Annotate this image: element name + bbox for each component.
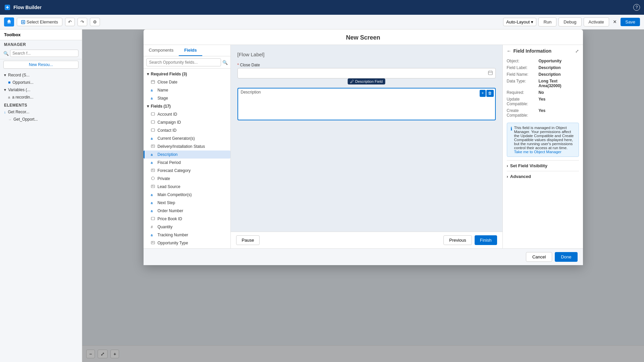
field-opportunity-type[interactable]: Opportunity Type — [144, 239, 230, 247]
take-me-to-object-manager-link[interactable]: Take me to Object Manager — [514, 150, 561, 154]
advanced-header[interactable]: › Advanced — [507, 174, 579, 179]
chevron-down-icon-2: ▾ — [4, 87, 6, 92]
variables-label: Variables (... — [8, 87, 30, 92]
field-info-table: Object: Opportunity Field Label: Descrip… — [507, 58, 579, 119]
field-lead-source[interactable]: Lead Source — [144, 183, 230, 191]
field-info-back-icon[interactable]: ← — [507, 48, 512, 54]
activate-button[interactable]: Activate — [584, 17, 609, 26]
cancel-button[interactable]: Cancel — [526, 252, 552, 262]
toolbar: Select Elements ↶ ↷ ⚙ Auto-Layout ▾ Run … — [0, 15, 644, 29]
field-name-label: Field Name: — [507, 71, 539, 78]
auto-layout-button[interactable]: Auto-Layout ▾ — [503, 18, 536, 26]
description-add-button[interactable]: + — [480, 90, 485, 97]
set-field-visibility-header[interactable]: › Set Field Visibility — [507, 163, 579, 168]
modal-body: Components Fields 🔍 ▾ Required Fields (3… — [144, 45, 583, 248]
tab-fields[interactable]: Fields — [179, 45, 202, 56]
finish-button[interactable]: Finish — [475, 235, 497, 245]
required-fields-chevron: ▾ — [147, 72, 149, 76]
canvas-editor-inner: [Flow Label] * Close Date — [231, 45, 502, 232]
sidebar-get-opport-item[interactable]: → Get_Opport... — [0, 116, 82, 123]
update-compatible-value: Yes — [539, 96, 579, 107]
sidebar-get-record-item[interactable]: ↓ Get Recor... — [0, 108, 82, 116]
select-elements-label: Select Elements — [26, 19, 58, 24]
help-icon[interactable]: ? — [633, 4, 640, 11]
forecast-category-icon — [151, 168, 156, 173]
field-current-generator[interactable]: a Current Generator(s) — [144, 134, 230, 142]
field-info-create-compatible-row: Create Compatible: Yes — [507, 107, 579, 119]
field-order-number[interactable]: a Order Number — [144, 207, 230, 215]
field-order-number-label: Order Number — [158, 208, 183, 213]
description-delete-button[interactable]: 🗑 — [486, 90, 494, 97]
recording-label: a recordin... — [12, 95, 33, 100]
sidebar-opportunity-item[interactable]: ■ Opportuni... — [0, 79, 82, 86]
field-contact-id[interactable]: Contact ID — [144, 126, 230, 134]
set-field-visibility-chevron: › — [507, 163, 508, 168]
close-date-field-label: * Close Date — [237, 63, 496, 67]
field-close-date[interactable]: Close Date — [144, 78, 230, 86]
field-lead-source-label: Lead Source — [158, 184, 180, 189]
field-stage[interactable]: a Stage — [144, 94, 230, 102]
auto-layout-label: Auto-Layout — [506, 19, 530, 24]
save-as-close-button[interactable]: × — [611, 18, 619, 26]
modal-overlay: New Screen Components Fields 🔍 — [82, 29, 644, 362]
field-description[interactable]: a Description — [144, 150, 230, 159]
description-field-label: Description — [238, 88, 495, 95]
field-quantity[interactable]: # Quantity — [144, 223, 230, 231]
elements-header: ELEMENTS — [0, 101, 82, 108]
run-button[interactable]: Run — [538, 17, 556, 26]
field-close-date-label: Close Date — [158, 80, 177, 84]
modal-title: New Screen — [346, 34, 380, 41]
field-name[interactable]: a Name — [144, 86, 230, 94]
field-info-title-text: Field Information — [514, 48, 552, 54]
save-button[interactable]: Save — [621, 18, 640, 26]
select-elements-button[interactable]: Select Elements — [17, 18, 62, 26]
field-main-competitor[interactable]: a Main Competitor(s) — [144, 191, 230, 199]
undo-button[interactable]: ↶ — [65, 18, 75, 26]
advanced-label: Advanced — [510, 174, 531, 179]
svg-rect-12 — [488, 71, 492, 75]
canvas-editor: [Flow Label] * Close Date — [231, 45, 502, 248]
sidebar-recording-item[interactable]: a a recordin... — [0, 94, 82, 101]
field-next-step[interactable]: a Next Step — [144, 199, 230, 207]
field-price-book-id[interactable]: Price Book ID — [144, 215, 230, 223]
update-compatible-label: Update Compatible: — [507, 96, 539, 107]
modal: New Screen Components Fields 🔍 — [144, 29, 583, 265]
field-tracking-number[interactable]: a Tracking Number — [144, 231, 230, 239]
field-fiscal-period[interactable]: a Fiscal Period — [144, 159, 230, 167]
app-title: Flow Builder — [13, 5, 42, 10]
field-info-expand-icon[interactable]: ⤢ — [575, 49, 579, 54]
field-account-id[interactable]: Account ID — [144, 110, 230, 118]
svg-rect-10 — [151, 217, 155, 220]
tab-components[interactable]: Components — [144, 45, 179, 56]
field-campaign-id[interactable]: Campaign ID — [144, 118, 230, 126]
required-fields-group[interactable]: ▾ Required Fields (3) — [144, 70, 230, 78]
field-contact-id-label: Contact ID — [158, 128, 177, 133]
previous-button[interactable]: Previous — [443, 235, 472, 245]
description-field-wrapper: + 🗑 Description — [237, 88, 496, 120]
pause-button[interactable]: Pause — [236, 235, 260, 245]
search-input[interactable] — [10, 50, 78, 57]
fields-search-input[interactable] — [146, 58, 221, 66]
sidebar-record-section[interactable]: ▾ Record (S... — [0, 71, 82, 79]
sidebar-variables-section[interactable]: ▾ Variables (... — [0, 86, 82, 94]
required-fields-label: Required Fields (3) — [151, 72, 187, 76]
field-private[interactable]: Private — [144, 175, 230, 183]
settings-button[interactable]: ⚙ — [90, 18, 100, 26]
done-button[interactable]: Done — [555, 252, 577, 262]
description-textarea[interactable] — [238, 95, 495, 119]
top-bar: Flow Builder ? — [0, 0, 644, 15]
new-resource-button[interactable]: New Resou... — [3, 61, 78, 69]
field-delivery-status[interactable]: Delivery/Installation Status — [144, 142, 230, 150]
home-button[interactable] — [4, 17, 14, 26]
order-number-icon: a — [151, 209, 156, 213]
toolbox-sidebar: Toolbox Manager 🔍 New Resou... ▾ Record … — [0, 29, 82, 362]
lead-source-icon — [151, 184, 156, 189]
fields-group[interactable]: ▾ Fields (17) — [144, 102, 230, 110]
search-area: 🔍 — [0, 48, 82, 59]
next-step-icon: a — [151, 201, 156, 205]
close-date-input[interactable] — [237, 68, 496, 78]
field-description-label: Description — [158, 152, 178, 157]
field-forecast-category[interactable]: Forecast Category — [144, 167, 230, 175]
debug-button[interactable]: Debug — [558, 17, 581, 26]
redo-button[interactable]: ↷ — [77, 18, 87, 26]
